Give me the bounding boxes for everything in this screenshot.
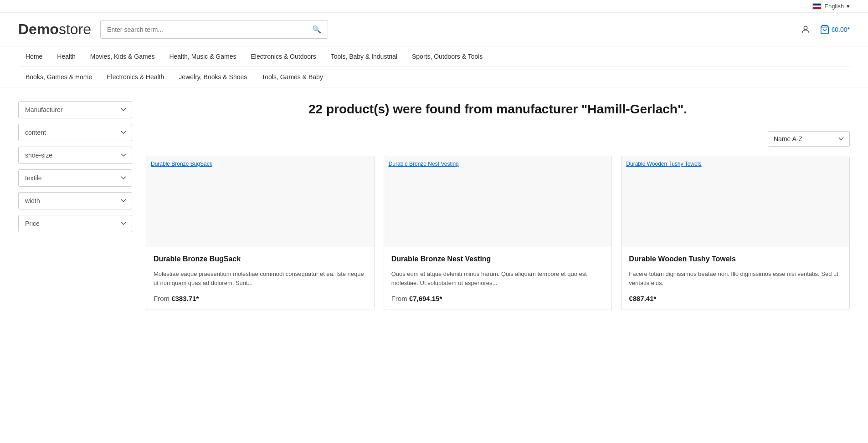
- page-title: 22 product(s) were found from manufactur…: [146, 101, 850, 117]
- product-image-link-1[interactable]: Durable Bronze BugSack: [151, 161, 212, 167]
- cart-amount: €0.00*: [832, 26, 850, 33]
- logo[interactable]: Demostore: [18, 21, 91, 38]
- account-button[interactable]: [801, 25, 811, 35]
- nav-item-movies[interactable]: Movies, Kids & Games: [83, 46, 162, 66]
- price-prefix-2: From: [391, 295, 409, 302]
- product-name-2: Durable Bronze Nest Vesting: [391, 255, 605, 264]
- price-prefix-1: From: [154, 295, 171, 302]
- search-input[interactable]: [101, 20, 306, 38]
- product-image-link-3[interactable]: Durable Wooden Tushy Towels: [626, 161, 701, 167]
- product-card: Durable Wooden Tushy Towels Durable Wood…: [621, 156, 850, 310]
- language-selector[interactable]: English ▾: [812, 3, 850, 10]
- nav-item-tools-baby[interactable]: Tools, Baby & Industrial: [324, 46, 405, 66]
- width-filter[interactable]: width: [18, 192, 132, 209]
- logo-bold: Demo: [18, 21, 59, 37]
- gb-flag-icon: [812, 3, 822, 10]
- nav-item-sports[interactable]: Sports, Outdoors & Tools: [405, 46, 490, 66]
- cart-icon: [820, 25, 830, 35]
- product-price-1: From €383.71*: [154, 295, 367, 302]
- product-name-3: Durable Wooden Tushy Towels: [629, 255, 842, 264]
- user-icon: [801, 25, 811, 35]
- nav-item-electronics-outdoors[interactable]: Electronics & Outdoors: [244, 46, 324, 66]
- filter-sidebar: Manufacturer content shoe-size textile w…: [18, 101, 132, 310]
- product-image-1: Durable Bronze BugSack: [146, 156, 374, 247]
- textile-filter[interactable]: textile: [18, 169, 132, 187]
- logo-light: store: [59, 21, 91, 37]
- svg-point-0: [804, 26, 807, 29]
- product-price-2: From €7,694.15*: [391, 295, 605, 302]
- nav-item-health-music[interactable]: Health, Music & Games: [162, 46, 243, 66]
- cart-button[interactable]: €0.00*: [820, 25, 850, 35]
- nav-item-tools-games[interactable]: Tools, Games & Baby: [254, 67, 330, 87]
- product-grid: Durable Bronze BugSack Durable Bronze Bu…: [146, 156, 850, 310]
- nav-row-1: Home Health Movies, Kids & Games Health,…: [18, 46, 850, 66]
- shoe-size-filter[interactable]: shoe-size: [18, 147, 132, 164]
- product-body-3: Durable Wooden Tushy Towels Facere totam…: [621, 247, 849, 310]
- header: Demostore 🔍 €0.00*: [0, 13, 868, 46]
- nav-item-home[interactable]: Home: [18, 46, 50, 66]
- product-desc-1: Molestiae eaque praesentium molestiae co…: [154, 270, 367, 287]
- product-image-link-2[interactable]: Durable Bronze Nest Vesting: [389, 161, 459, 167]
- price-amount-1: €383.71*: [171, 295, 199, 302]
- sort-select[interactable]: Name A-ZName Z-APrice ascendingPrice des…: [768, 131, 850, 147]
- nav-item-health[interactable]: Health: [50, 46, 82, 66]
- nav-row-2: Books, Games & Home Electronics & Health…: [18, 66, 850, 87]
- search-bar: 🔍: [100, 20, 328, 39]
- product-body-1: Durable Bronze BugSack Molestiae eaque p…: [146, 247, 374, 310]
- product-card: Durable Bronze Nest Vesting Durable Bron…: [384, 156, 612, 310]
- product-name-1: Durable Bronze BugSack: [154, 255, 367, 264]
- main-section: 22 product(s) were found from manufactur…: [146, 101, 850, 310]
- product-body-2: Durable Bronze Nest Vesting Quos eum et …: [384, 247, 612, 310]
- nav-item-electronics-health[interactable]: Electronics & Health: [99, 67, 171, 87]
- product-card: Durable Bronze BugSack Durable Bronze Bu…: [146, 156, 375, 310]
- product-image-2: Durable Bronze Nest Vesting: [384, 156, 612, 247]
- product-image-3: Durable Wooden Tushy Towels: [621, 156, 849, 247]
- sort-bar: Name A-ZName Z-APrice ascendingPrice des…: [146, 131, 850, 147]
- price-amount-2: €7,694.15*: [409, 295, 442, 302]
- nav-item-books[interactable]: Books, Games & Home: [18, 67, 99, 87]
- nav-item-jewelry[interactable]: Jewelry, Books & Shoes: [171, 67, 254, 87]
- price-amount-3: €887.41*: [629, 295, 656, 302]
- main-nav: Home Health Movies, Kids & Games Health,…: [0, 46, 868, 87]
- product-price-3: €887.41*: [629, 295, 842, 302]
- top-bar: English ▾: [0, 0, 868, 13]
- product-desc-2: Quos eum et atque deleniti minus harum. …: [391, 270, 605, 287]
- price-filter[interactable]: Price: [18, 215, 132, 232]
- manufacturer-filter[interactable]: Manufacturer: [18, 101, 132, 118]
- content-area: Manufacturer content shoe-size textile w…: [0, 87, 868, 324]
- content-filter[interactable]: content: [18, 124, 132, 141]
- header-icons: €0.00*: [801, 25, 850, 35]
- product-desc-3: Facere totam dignissimos beatae non. Ill…: [629, 270, 842, 287]
- search-button[interactable]: 🔍: [306, 20, 328, 38]
- chevron-down-icon: ▾: [847, 3, 850, 10]
- language-label: English: [824, 3, 844, 10]
